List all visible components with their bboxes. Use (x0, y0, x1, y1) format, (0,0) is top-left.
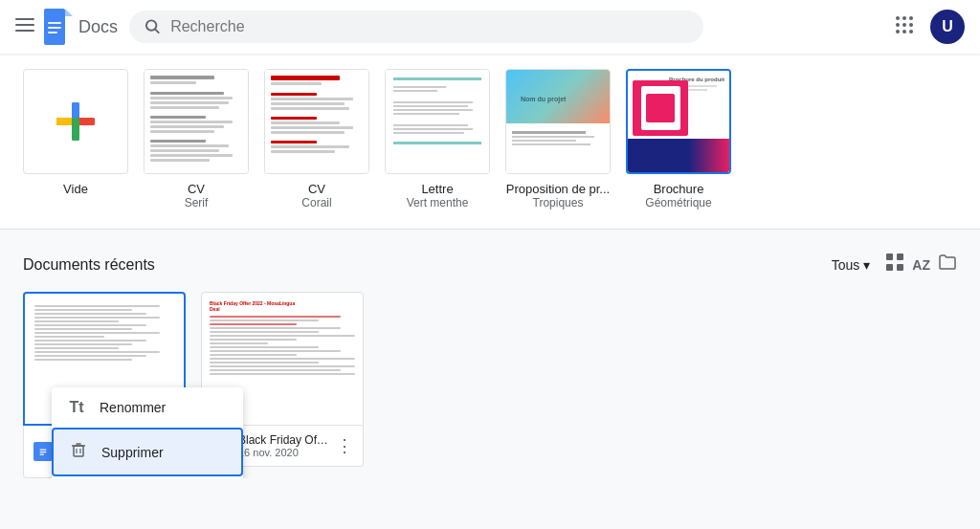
svg-rect-1 (15, 24, 34, 26)
svg-rect-26 (897, 253, 903, 260)
filter-area: Tous ▾ AZ (832, 253, 957, 276)
templates-section: Vide (0, 54, 980, 230)
svg-point-12 (909, 16, 913, 20)
doc2-info: Black Friday Offer 2022 - ... 16 nov. 20… (238, 433, 328, 458)
plus-icon (53, 99, 99, 144)
brochure-bottom-bar (628, 139, 729, 172)
template-vide-name: Vide (63, 182, 88, 196)
open-new-tab-option[interactable]: Ouvrir dans un nouvel onglet (52, 476, 243, 478)
lettre-preview (386, 70, 489, 173)
svg-point-11 (902, 16, 906, 20)
svg-rect-28 (897, 264, 903, 271)
template-cv-corail-subname: Corail (301, 196, 331, 209)
trash-icon (69, 441, 88, 463)
docs-grid: Document sans titre Dernière ouverture 1… (23, 292, 957, 478)
recent-title: Documents récents (23, 256, 155, 274)
svg-rect-27 (886, 264, 893, 271)
doc1-content (25, 294, 184, 372)
svg-line-9 (155, 29, 159, 33)
doc2-preview-title: Black Friday Offer 2022 - MosaLinguaDeal (210, 300, 355, 312)
templates-grid: Vide (23, 69, 957, 209)
svg-marker-4 (65, 9, 73, 16)
tous-label: Tous (832, 257, 860, 273)
svg-point-18 (909, 30, 913, 33)
avatar[interactable]: U (930, 10, 965, 44)
brochure-preview: Brochure du produit (628, 71, 729, 172)
grid-view-icon[interactable] (885, 253, 904, 276)
svg-rect-6 (48, 27, 61, 29)
rename-label: Renommer (100, 400, 166, 415)
svg-point-17 (902, 30, 906, 33)
view-icons: AZ (885, 253, 957, 276)
doc-card-1[interactable]: Document sans titre Dernière ouverture 1… (23, 292, 186, 478)
template-proposition-thumbnail: Nom du projet (505, 69, 611, 174)
apps-grid-icon[interactable] (894, 14, 915, 40)
doc1-icon (33, 442, 53, 461)
search-input[interactable] (170, 18, 688, 35)
template-cv-serif-thumbnail (144, 69, 249, 174)
template-brochure-thumbnail: Brochure du produit (626, 69, 731, 174)
doc2-content: Black Friday Offer 2022 - MosaLinguaDeal (202, 293, 363, 385)
template-vide[interactable]: Vide (23, 69, 128, 209)
template-cv-corail-name: CV (308, 182, 325, 196)
template-brochure-name: Brochure (654, 182, 704, 196)
chevron-down-icon: ▾ (863, 257, 870, 273)
template-lettre-thumbnail (385, 69, 490, 174)
rename-icon: Tt (67, 399, 86, 416)
app-title: Docs (78, 17, 118, 37)
template-brochure[interactable]: Brochure du produit Brochure (626, 69, 731, 209)
svg-point-8 (146, 20, 156, 30)
svg-point-15 (909, 23, 913, 27)
svg-rect-7 (48, 32, 57, 33)
template-proposition[interactable]: Nom du projet Proposition de pr... Tropi… (505, 69, 611, 209)
template-lettre-name: Lettre (421, 182, 453, 196)
svg-point-10 (896, 16, 900, 20)
folder-icon[interactable] (938, 253, 957, 276)
svg-point-16 (896, 30, 900, 33)
svg-rect-30 (40, 449, 47, 450)
header-right: U (894, 10, 965, 44)
cv-serif-preview (145, 70, 248, 173)
svg-rect-5 (48, 22, 61, 24)
template-vide-thumbnail (23, 69, 128, 174)
tous-filter[interactable]: Tous ▾ (832, 257, 871, 273)
svg-rect-0 (15, 18, 34, 20)
search-bar[interactable] (129, 11, 703, 43)
header-left: Docs (15, 9, 118, 45)
template-cv-serif[interactable]: CV Serif (144, 69, 249, 209)
template-proposition-name: Proposition de pr... (506, 182, 610, 196)
template-lettre[interactable]: Lettre Vert menthe (385, 69, 490, 209)
svg-rect-33 (74, 446, 83, 456)
hamburger-icon[interactable] (15, 15, 34, 39)
template-brochure-subname: Géométrique (645, 196, 711, 209)
delete-option[interactable]: Supprimer (52, 428, 243, 476)
proposition-preview: Nom du projet (506, 70, 610, 173)
search-icon (145, 18, 161, 35)
doc2-more-button[interactable]: ⋮ (336, 435, 353, 456)
recent-header: Documents récents Tous ▾ AZ (23, 253, 957, 276)
recent-section: Documents récents Tous ▾ AZ (0, 230, 980, 478)
svg-point-13 (896, 23, 900, 27)
delete-label: Supprimer (101, 445, 164, 460)
template-cv-corail[interactable]: CV Corail (264, 69, 369, 209)
template-lettre-subname: Vert menthe (407, 196, 469, 209)
svg-point-14 (902, 23, 906, 27)
template-cv-serif-name: CV (188, 182, 205, 196)
template-cv-corail-thumbnail (264, 69, 369, 174)
svg-rect-24 (72, 118, 79, 141)
svg-rect-32 (40, 454, 44, 455)
template-cv-serif-subname: Serif (185, 196, 209, 209)
doc2-date: 16 nov. 2020 (238, 447, 328, 458)
svg-rect-2 (15, 30, 34, 32)
context-menu: Tt Renommer Supprimer (52, 387, 243, 478)
svg-rect-25 (886, 253, 893, 260)
doc2-name: Black Friday Offer 2022 - ... (238, 433, 328, 447)
svg-rect-31 (40, 452, 47, 452)
sort-az-icon[interactable]: AZ (912, 257, 930, 273)
rename-option[interactable]: Tt Renommer (52, 387, 243, 428)
docs-logo[interactable]: Docs (44, 9, 118, 45)
template-proposition-subname: Tropiques (533, 196, 584, 209)
cv-corail-preview (265, 70, 368, 173)
app-header: Docs U (0, 0, 980, 54)
